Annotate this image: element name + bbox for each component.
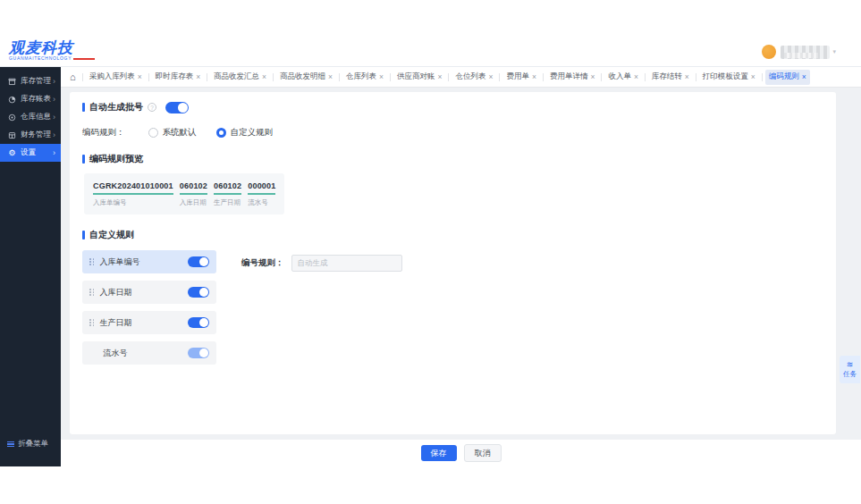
radio-label: 系统默认: [163, 127, 197, 139]
collapse-menu-button[interactable]: 折叠菜单: [0, 439, 55, 449]
preview-segment: 060102 入库日期: [180, 181, 207, 207]
sidebar-item-finance-mgmt[interactable]: 财务管理 ›: [0, 126, 61, 144]
rule-toggle[interactable]: [188, 256, 209, 267]
rule-row-inbound-date[interactable]: 入库日期: [82, 281, 216, 304]
inventory-icon: [7, 78, 17, 86]
section-accent-bar: [82, 155, 85, 164]
preview-segment: CGRK202401010001 入库单编号: [93, 181, 173, 207]
auto-batch-section-title: 自动生成批号 ?: [82, 101, 823, 113]
hamburger-icon: [7, 441, 14, 448]
close-icon[interactable]: ×: [802, 73, 806, 81]
report-icon: [7, 96, 17, 104]
radio-checked-icon[interactable]: [216, 128, 226, 138]
preview-label: 入库日期: [180, 198, 207, 207]
preview-code: 060102: [214, 181, 241, 195]
close-icon[interactable]: ×: [196, 73, 200, 81]
section-accent-bar: [82, 231, 85, 239]
settings-card: 自动生成批号 ? 编码规则： 系统默认 自定义规则 编码规则预览: [70, 92, 836, 434]
close-icon[interactable]: ×: [379, 73, 384, 81]
tab-income-order[interactable]: 收入单×: [604, 70, 641, 85]
preview-section-title: 编码规则预览: [82, 153, 823, 165]
tab-supplier-reconciliation[interactable]: 供应商对账×: [393, 70, 445, 85]
preview-segment: 060102 生产日期: [214, 181, 241, 207]
home-icon[interactable]: ⌂: [70, 72, 76, 82]
sidebar-item-label: 财务管理: [21, 130, 53, 140]
content-area: 自动生成批号 ? 编码规则： 系统默认 自定义规则 编码规则预览: [61, 88, 861, 440]
close-icon[interactable]: ×: [590, 73, 595, 81]
auto-batch-toggle[interactable]: [165, 102, 189, 113]
tab-goods-inout-summary[interactable]: 商品收发汇总×: [210, 70, 270, 85]
preview-label: 入库单编号: [93, 198, 173, 207]
help-icon[interactable]: ?: [148, 103, 156, 112]
radio-custom-rule[interactable]: 自定义规则: [216, 127, 274, 139]
tab-expense-order-detail[interactable]: 费用单详情×: [546, 70, 598, 85]
close-icon[interactable]: ×: [262, 73, 266, 81]
brand-logo-text: 观麦科技: [9, 40, 95, 55]
radio-label: 自定义规则: [231, 127, 274, 139]
preview-label: 流水号: [248, 198, 275, 207]
rule-row-label: 入库日期: [100, 287, 189, 298]
close-icon[interactable]: ×: [685, 73, 689, 81]
chevron-right-icon: ›: [53, 95, 55, 104]
sidebar-nav: 库存管理 › 库存账表 › 仓库信息 › 财务管理 › ⚙ 设置 › 折叠菜单: [0, 67, 61, 466]
coding-rule-label: 编码规则：: [82, 127, 125, 139]
user-avatar[interactable]: [762, 45, 776, 59]
tab-print-template-settings[interactable]: 打印模板设置×: [699, 70, 759, 85]
radio-icon[interactable]: [148, 128, 158, 138]
sidebar-item-inventory-reports[interactable]: 库存账表 ›: [0, 90, 61, 108]
rule-row-serial-no[interactable]: 流水号: [82, 341, 216, 365]
close-icon[interactable]: ×: [488, 73, 493, 81]
sidebar-item-warehouse-info[interactable]: 仓库信息 ›: [0, 108, 61, 126]
sidebar-item-label: 仓库信息: [21, 112, 53, 122]
tab-expense-order[interactable]: 费用单×: [502, 70, 539, 85]
custom-rule-area: 入库单编号 入库日期 生产日期 流水号: [82, 250, 823, 365]
rule-row-label: 入库单编号: [100, 256, 189, 268]
warehouse-info-icon: [7, 113, 17, 122]
chevron-right-icon: ›: [53, 130, 55, 139]
rule-row-production-date[interactable]: 生产日期: [82, 311, 216, 334]
radio-system-default[interactable]: 系统默认: [148, 127, 197, 139]
collapse-menu-label: 折叠菜单: [18, 439, 48, 449]
preview-title: 编码规则预览: [89, 153, 143, 165]
task-float-button[interactable]: ≋ 任务: [840, 356, 860, 383]
rule-toggle[interactable]: [188, 287, 209, 298]
rule-row-label: 流水号: [104, 348, 189, 359]
tab-bin-list[interactable]: 仓位列表×: [452, 70, 496, 85]
main-area: ⌂ 采购入库列表× 即时库存表× 商品收发汇总× 商品收发明细× 仓库列表× 供…: [61, 67, 861, 466]
preview-code: 000001: [248, 181, 275, 195]
close-icon[interactable]: ×: [532, 73, 536, 81]
task-label: 任务: [843, 370, 857, 379]
cancel-button[interactable]: 取消: [464, 444, 502, 462]
rule-row-inbound-order-no[interactable]: 入库单编号: [82, 250, 216, 273]
close-icon[interactable]: ×: [438, 73, 443, 81]
drag-handle-icon[interactable]: [89, 258, 95, 265]
rule-toggle-disabled[interactable]: [188, 348, 209, 358]
tab-inventory-carryover[interactable]: 库存结转×: [648, 70, 693, 85]
tab-warehouse-list[interactable]: 仓库列表×: [342, 70, 387, 85]
tab-goods-inout-detail[interactable]: 商品收发明细×: [276, 70, 336, 85]
number-rule-field: 编号规则：: [241, 254, 402, 272]
user-account-area[interactable]: ▾: [762, 45, 836, 59]
save-button[interactable]: 保存: [421, 445, 457, 461]
tab-purchase-inbound-list[interactable]: 采购入库列表×: [86, 70, 146, 85]
sidebar-item-inventory-mgmt[interactable]: 库存管理 ›: [0, 72, 61, 90]
drag-handle-icon[interactable]: [89, 319, 95, 326]
tab-realtime-inventory[interactable]: 即时库存表×: [152, 70, 204, 85]
close-icon[interactable]: ×: [328, 73, 333, 81]
tab-coding-rules[interactable]: 编码规则×: [765, 70, 810, 85]
section-accent-bar: [82, 103, 85, 112]
number-rule-label: 编号规则：: [241, 257, 284, 269]
close-icon[interactable]: ×: [751, 73, 755, 81]
rule-toggle[interactable]: [188, 317, 209, 328]
rule-row-list: 入库单编号 入库日期 生产日期 流水号: [82, 250, 216, 365]
number-rule-input[interactable]: [291, 255, 402, 272]
sidebar-item-label: 库存管理: [21, 76, 53, 87]
close-icon[interactable]: ×: [634, 73, 638, 81]
close-icon[interactable]: ×: [138, 73, 142, 81]
tab-bar: ⌂ 采购入库列表× 即时库存表× 商品收发汇总× 商品收发明细× 仓库列表× 供…: [61, 67, 861, 88]
drag-handle-icon[interactable]: [89, 289, 95, 296]
preview-segment: 000001 流水号: [248, 181, 275, 207]
app-header: 观麦科技 GUANMAITECHNOLOGY ▾: [0, 38, 861, 67]
preview-label: 生产日期: [214, 198, 241, 207]
sidebar-item-settings[interactable]: ⚙ 设置 ›: [0, 144, 61, 162]
